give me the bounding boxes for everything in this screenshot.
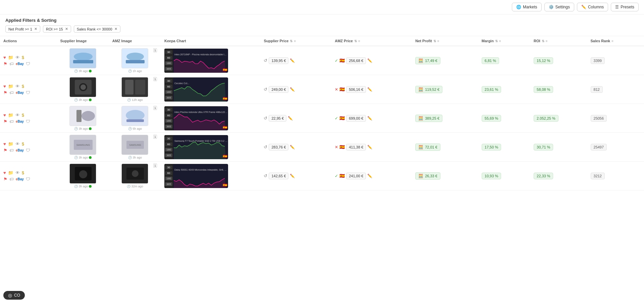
keepa-tab-30[interactable]: 30 xyxy=(165,50,172,54)
folder-icon[interactable]: 📁 xyxy=(8,84,13,89)
columns-button[interactable]: ✏️ Columns xyxy=(577,3,608,11)
supplier-product-image[interactable] xyxy=(69,106,96,126)
keepa-tab-365[interactable]: 365 xyxy=(165,125,172,128)
amz-price-edit[interactable]: ✏️ xyxy=(367,58,372,63)
keepa-tab-60[interactable]: 60 xyxy=(165,142,172,146)
revert-icon[interactable]: ↺ xyxy=(264,173,267,178)
dollar-icon[interactable]: $ xyxy=(22,113,24,118)
folder-icon[interactable]: 📁 xyxy=(8,170,13,175)
shield-icon[interactable]: 🛡 xyxy=(26,61,30,66)
amz-product-image[interactable] xyxy=(121,48,148,68)
keepa-chart-svg[interactable] xyxy=(174,53,228,73)
keepa-chart-svg[interactable] xyxy=(174,110,228,130)
keepa-tab-30[interactable]: 30 xyxy=(165,166,172,169)
revert-icon[interactable]: ↺ xyxy=(264,144,267,149)
ebay-icon[interactable]: eBay xyxy=(16,177,24,181)
keepa-chart-svg[interactable] xyxy=(174,139,228,159)
heart-icon[interactable]: ♥ xyxy=(3,84,6,89)
tag-icon[interactable]: 🏷 xyxy=(9,90,14,95)
amz-price-edit[interactable]: ✏️ xyxy=(367,87,372,92)
amz-product-image[interactable] xyxy=(121,77,148,97)
filter-tag-close-roi-filter[interactable]: ✕ xyxy=(65,27,68,31)
keepa-tab-365[interactable]: 365 xyxy=(165,96,172,100)
flag-icon[interactable]: ⚑ xyxy=(3,119,7,124)
flag-icon[interactable]: ⚑ xyxy=(3,90,7,95)
keepa-tab-180[interactable]: 180 xyxy=(165,148,172,152)
margin-filter[interactable]: ≡ xyxy=(499,39,501,43)
supplier-price-edit[interactable]: ✏️ xyxy=(290,87,295,92)
keepa-tab-365[interactable]: 365 xyxy=(165,182,172,186)
flag-icon[interactable]: ⚑ xyxy=(3,61,7,66)
keepa-chart-svg[interactable] xyxy=(174,81,228,102)
keepa-tab-30[interactable]: 30 xyxy=(165,79,172,83)
keepa-tab-60[interactable]: 60 xyxy=(165,85,172,88)
keepa-tab-60[interactable]: 60 xyxy=(165,114,172,117)
ebay-icon[interactable]: eBay xyxy=(16,91,24,95)
supplier-price-edit[interactable]: ✏️ xyxy=(290,58,295,63)
shield-icon[interactable]: 🛡 xyxy=(26,148,30,153)
revert-icon[interactable]: ↺ xyxy=(264,87,267,92)
ebay-icon[interactable]: eBay xyxy=(16,62,24,66)
supplier-product-image[interactable]: SAMSUNG xyxy=(69,135,96,155)
amz-product-image[interactable] xyxy=(121,164,148,184)
eye-icon[interactable]: 👁 xyxy=(15,170,20,175)
keepa-tab-180[interactable]: 180 xyxy=(165,61,172,65)
amz-price-edit[interactable]: ✏️ xyxy=(367,116,372,121)
shield-icon[interactable]: 🛡 xyxy=(26,90,30,95)
keepa-tab-365[interactable]: 365 xyxy=(165,154,172,157)
amz-product-image[interactable] xyxy=(121,106,148,126)
keepa-tab-180[interactable]: 180 xyxy=(165,177,172,180)
filter-tag-close-net-profit-filter[interactable]: ✕ xyxy=(34,27,37,31)
supplier-price-edit[interactable]: ✏️ xyxy=(288,116,293,121)
amz-price-edit[interactable]: ✏️ xyxy=(367,174,372,178)
supplier-price-filter[interactable]: ≡ xyxy=(294,39,296,43)
dollar-icon[interactable]: $ xyxy=(22,141,24,146)
flag-icon[interactable]: ⚑ xyxy=(3,177,7,182)
revert-icon[interactable]: ↺ xyxy=(264,58,267,63)
amz-product-image[interactable]: SAMSUNG xyxy=(121,135,148,155)
presets-button[interactable]: ☰ Presets xyxy=(611,3,639,11)
tag-icon[interactable]: 🏷 xyxy=(9,177,14,182)
supplier-price-edit[interactable]: ✏️ xyxy=(290,145,295,149)
revert-icon[interactable]: ↺ xyxy=(264,116,267,121)
heart-icon[interactable]: ♥ xyxy=(3,113,6,118)
folder-icon[interactable]: 📁 xyxy=(8,55,13,60)
eye-icon[interactable]: 👁 xyxy=(15,113,20,118)
dollar-icon[interactable]: $ xyxy=(22,170,24,175)
ebay-icon[interactable]: eBay xyxy=(16,148,24,152)
amz-price-filter[interactable]: ≡ xyxy=(358,39,360,43)
net-profit-filter-icon[interactable]: ≡ xyxy=(437,39,439,43)
tag-icon[interactable]: 🏷 xyxy=(9,148,14,153)
tag-icon[interactable]: 🏷 xyxy=(9,61,14,66)
keepa-tab-60[interactable]: 60 xyxy=(165,171,172,175)
supplier-product-image[interactable] xyxy=(69,164,96,184)
folder-icon[interactable]: 📁 xyxy=(8,141,13,146)
supplier-price-edit[interactable]: ✏️ xyxy=(290,174,295,178)
tag-icon[interactable]: 🏷 xyxy=(9,119,14,124)
dollar-icon[interactable]: $ xyxy=(22,84,24,89)
supplier-product-image[interactable] xyxy=(69,48,96,68)
margin-sort[interactable]: ⇅ xyxy=(495,39,498,43)
keepa-tab-60[interactable]: 60 xyxy=(165,56,172,60)
keepa-tab-180[interactable]: 180 xyxy=(165,90,172,94)
eye-icon[interactable]: 👁 xyxy=(15,55,20,60)
keepa-tab-365[interactable]: 365 xyxy=(165,67,172,71)
roi-sort[interactable]: ⇅ xyxy=(542,39,544,43)
flag-icon[interactable]: ⚑ xyxy=(3,148,7,153)
roi-filter-icon[interactable]: ≡ xyxy=(546,39,548,43)
dollar-icon[interactable]: $ xyxy=(22,55,24,60)
shield-icon[interactable]: 🛡 xyxy=(26,177,30,182)
amz-price-sort[interactable]: ⇅ xyxy=(354,39,357,43)
keepa-tab-30[interactable]: 30 xyxy=(165,108,172,112)
heart-icon[interactable]: ♥ xyxy=(3,141,6,146)
net-profit-sort[interactable]: ⇅ xyxy=(433,39,436,43)
keepa-tab-180[interactable]: 180 xyxy=(165,119,172,123)
shield-icon[interactable]: 🛡 xyxy=(26,119,30,124)
ebay-icon[interactable]: eBay xyxy=(16,120,24,123)
amz-price-edit[interactable]: ✏️ xyxy=(367,145,372,149)
heart-icon[interactable]: ♥ xyxy=(3,55,6,60)
markets-button[interactable]: 🌐 Markets xyxy=(512,3,542,11)
eye-icon[interactable]: 👁 xyxy=(15,84,20,89)
supplier-price-sort[interactable]: ⇅ xyxy=(290,39,292,43)
eye-icon[interactable]: 👁 xyxy=(15,141,20,146)
